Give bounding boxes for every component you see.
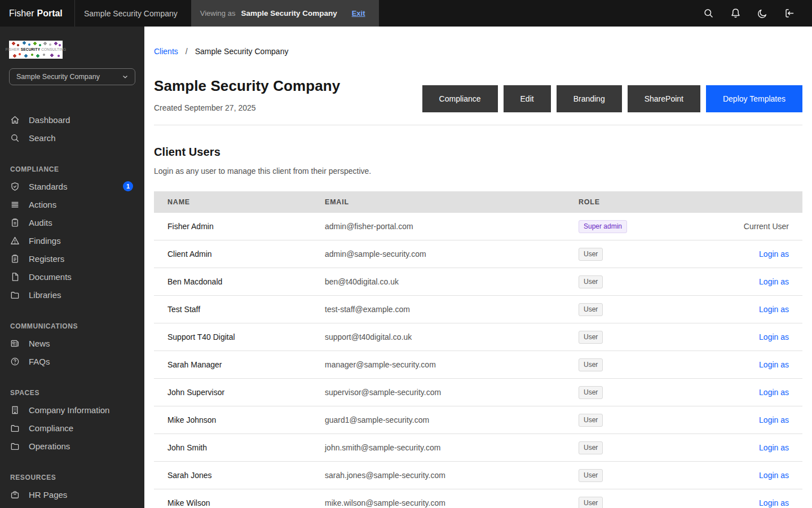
sidebar-item-label: Documents (29, 272, 134, 282)
sidebar-item-registers[interactable]: Registers (9, 249, 135, 268)
branding-button[interactable]: Branding (557, 85, 622, 112)
sidebar-item-label: Libraries (29, 290, 134, 300)
sidebar-group-resources: RESOURCESHR Pages (9, 474, 135, 503)
user-email: supervisor@sample-security.com (325, 388, 579, 397)
user-email: john.smith@sample-security.com (325, 443, 579, 452)
viewing-as-label: Viewing as (200, 9, 236, 17)
breadcrumb-clients-link[interactable]: Clients (154, 47, 178, 56)
role-badge: User (579, 248, 603, 261)
folder-icon (10, 423, 20, 433)
brand-logo[interactable]: Fisher Portal (0, 0, 75, 27)
user-action-cell: Login as (708, 498, 789, 508)
brand-bold: Portal (37, 8, 62, 19)
login-as-link[interactable]: Login as (759, 388, 789, 397)
user-role-cell: User (579, 497, 708, 508)
warning-icon (10, 236, 20, 246)
search-icon[interactable] (695, 0, 722, 27)
login-as-link[interactable]: Login as (759, 277, 789, 286)
logo-word-fisher: FISHER (6, 48, 20, 52)
building-icon (10, 405, 20, 415)
table-row: John Supervisorsupervisor@sample-securit… (154, 379, 802, 406)
user-name: Client Admin (167, 249, 325, 259)
user-email: admin@fisher-portal.com (325, 222, 579, 231)
user-name: Mike Johnson (167, 415, 325, 424)
user-name: Sarah Jones (167, 471, 325, 480)
edit-button[interactable]: Edit (504, 85, 551, 112)
sidebar-item-label: Registers (29, 254, 134, 264)
logo-word-security: SECURITY (21, 48, 40, 52)
search-icon (10, 133, 20, 143)
user-action-cell: Login as (708, 415, 789, 425)
login-as-link[interactable]: Login as (759, 332, 789, 341)
sidebar-item-label: Dashboard (29, 115, 134, 125)
sharepoint-button[interactable]: SharePoint (628, 85, 700, 112)
sidebar-item-faqs[interactable]: FAQs (9, 352, 135, 370)
login-as-link[interactable]: Login as (759, 249, 789, 259)
sidebar-item-compliance[interactable]: Compliance (9, 419, 135, 437)
sidebar-item-hr-pages[interactable]: HR Pages (9, 485, 135, 503)
table-header-row: NAME EMAIL ROLE (154, 191, 802, 213)
sidebar-group-spaces: SPACESCompany InformationComplianceOpera… (9, 389, 135, 455)
sidebar-group: DashboardSearch (9, 111, 135, 147)
login-as-link[interactable]: Login as (759, 360, 789, 369)
deploy-templates-button[interactable]: Deploy Templates (706, 85, 802, 112)
topbar-spacer (379, 0, 695, 27)
sidebar-item-documents[interactable]: Documents (9, 268, 135, 286)
client-users-subtitle: Login as any user to manage this client … (154, 167, 802, 176)
sidebar: FISHER SECURITY CONSULTING Sample Securi… (0, 27, 144, 508)
user-name: John Smith (167, 443, 325, 452)
sidebar-item-dashboard[interactable]: Dashboard (9, 111, 135, 129)
column-header-email: EMAIL (325, 198, 579, 206)
sidebar-item-audits[interactable]: Audits (9, 213, 135, 231)
login-as-link[interactable]: Login as (759, 415, 789, 424)
table-row: Fisher Adminadmin@fisher-portal.comSuper… (154, 213, 802, 240)
company-logo: FISHER SECURITY CONSULTING (9, 41, 63, 59)
sidebar-item-libraries[interactable]: Libraries (9, 286, 135, 304)
user-role-cell: User (579, 414, 708, 427)
sidebar-item-findings[interactable]: Findings (9, 231, 135, 249)
folder-icon (10, 290, 20, 300)
user-email: admin@sample-security.com (325, 249, 579, 259)
user-action-cell: Login as (708, 277, 789, 287)
compliance-button[interactable]: Compliance (422, 85, 498, 112)
sidebar-item-company-information[interactable]: Company Information (9, 401, 135, 419)
sidebar-item-operations[interactable]: Operations (9, 437, 135, 455)
user-email: support@t40digital.co.uk (325, 332, 579, 341)
user-role-cell: User (579, 386, 708, 399)
sidebar-group-communications: COMMUNICATIONSNewsFAQs (9, 322, 135, 370)
table-row: John Smithjohn.smith@sample-security.com… (154, 434, 802, 462)
role-badge: User (579, 331, 603, 344)
moon-icon[interactable] (749, 0, 776, 27)
client-selector-dropdown[interactable]: Sample Security Company (9, 68, 135, 85)
help-icon (10, 357, 20, 366)
sidebar-item-standards[interactable]: Standards1 (9, 177, 135, 195)
table-row: Ben Macdonaldben@t40digital.co.ukUserLog… (154, 268, 802, 296)
user-name: Test Staff (167, 305, 325, 314)
sidebar-item-actions[interactable]: Actions (9, 195, 135, 213)
login-as-link[interactable]: Login as (759, 443, 789, 452)
user-action-cell: Login as (708, 304, 789, 314)
sidebar-item-label: FAQs (29, 357, 134, 366)
sidebar-section-title: COMPLIANCE (9, 165, 135, 174)
viewing-as-value: Sample Security Company (241, 9, 337, 17)
section-divider (154, 125, 802, 125)
breadcrumb-separator: / (186, 47, 188, 56)
user-name: Mike Wilson (167, 498, 325, 507)
user-action-cell: Login as (708, 332, 789, 342)
bell-icon[interactable] (722, 0, 749, 27)
sidebar-item-news[interactable]: News (9, 334, 135, 352)
sidebar-item-label: HR Pages (29, 490, 134, 500)
sidebar-item-search[interactable]: Search (9, 129, 135, 147)
sidebar-item-label: Audits (29, 218, 134, 227)
user-action-cell: Current User (708, 221, 789, 231)
login-as-link[interactable]: Login as (759, 471, 789, 480)
login-as-link[interactable]: Login as (759, 498, 789, 507)
role-badge: User (579, 386, 603, 399)
role-badge: User (579, 441, 603, 454)
login-as-link[interactable]: Login as (759, 305, 789, 314)
sidebar-item-label: News (29, 339, 134, 348)
exit-viewing-as-link[interactable]: Exit (352, 9, 365, 17)
user-name: Sarah Manager (167, 360, 325, 369)
user-email: mike.wilson@sample-security.com (325, 498, 579, 507)
login-icon[interactable] (776, 0, 803, 27)
